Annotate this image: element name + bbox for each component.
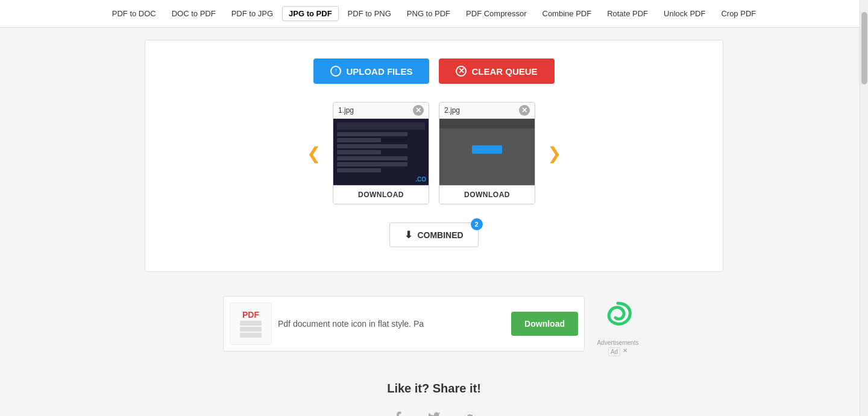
preview-content — [333, 119, 429, 178]
menu-row-short — [337, 138, 381, 142]
nav-combine-pdf[interactable]: Combine PDF — [536, 6, 599, 21]
download-button-2[interactable]: DOWNLOAD — [439, 185, 535, 204]
file-card-header-2: 2.jpg ✕ — [439, 102, 535, 119]
file-card: 1.jpg ✕ — [333, 102, 429, 204]
middle-content — [439, 128, 535, 171]
file-card-header: 1.jpg ✕ — [333, 102, 429, 119]
pdf-line-3 — [240, 333, 262, 338]
upload-files-button[interactable]: ↑ UPLOAD FILES — [313, 58, 429, 84]
ad-section: PDF Pdf document note icon in flat style… — [223, 284, 645, 364]
file-name: 1.jpg — [338, 106, 354, 115]
menu-row-short-3 — [337, 168, 381, 172]
reddit-icon[interactable] — [458, 405, 482, 416]
pdf-label: PDF — [242, 310, 259, 320]
combined-area: ⬇ COMBINED 2 — [157, 222, 711, 247]
logo-block — [472, 145, 502, 154]
ad-text-area: Pdf document note icon in flat style. Pa — [278, 319, 505, 329]
main-container: ↑ UPLOAD FILES ✕ CLEAR QUEUE ❮ 1.jpg ✕ — [145, 40, 723, 272]
file-close-button[interactable]: ✕ — [413, 105, 424, 116]
ad-download-button[interactable]: Download — [511, 312, 578, 336]
file-name-2: 2.jpg — [444, 106, 460, 115]
menu-row — [337, 132, 407, 136]
nav-png-to-pdf[interactable]: PNG to PDF — [400, 6, 457, 21]
file-close-button-2[interactable]: ✕ — [519, 105, 530, 116]
nav-pdf-to-doc[interactable]: PDF to DOC — [105, 6, 163, 21]
combined-button[interactable]: ⬇ COMBINED 2 — [389, 222, 478, 247]
upload-icon: ↑ — [330, 66, 341, 77]
download-button-1[interactable]: DOWNLOAD — [333, 185, 429, 204]
combined-label: COMBINED — [417, 230, 463, 240]
clear-label: CLEAR QUEUE — [471, 66, 537, 77]
combined-badge: 2 — [471, 218, 483, 230]
ad-badge: Ad — [608, 347, 620, 356]
blue-text: .CO — [415, 176, 426, 183]
menu-row-4 — [337, 162, 407, 166]
share-title: Like it? Share it! — [0, 382, 868, 396]
toolbar: ↑ UPLOAD FILES ✕ CLEAR QUEUE — [157, 58, 711, 84]
nav-pdf-compressor[interactable]: PDF Compressor — [459, 6, 533, 21]
facebook-icon[interactable] — [386, 405, 410, 416]
spiral-icon — [600, 297, 636, 333]
twitter-icon[interactable] — [422, 405, 446, 416]
scrollbar-thumb[interactable] — [861, 12, 867, 84]
ad-pdf-visual: PDF — [240, 310, 262, 338]
preview-image-2 — [439, 119, 535, 185]
ad-pdf-icon-container: PDF — [230, 303, 272, 345]
ad-label: Advertisements — [597, 339, 639, 346]
upload-label: UPLOAD FILES — [346, 66, 412, 77]
scrollbar[interactable] — [860, 0, 868, 416]
pdf-line-2 — [240, 327, 262, 332]
nav-pdf-to-png[interactable]: PDF to PNG — [341, 6, 398, 21]
ad-right-area: Advertisements Ad ✕ — [591, 284, 645, 364]
preview-image-1: .CO — [333, 119, 429, 185]
nav-pdf-to-jpg[interactable]: PDF to JPG — [225, 6, 280, 21]
nav-doc-to-pdf[interactable]: DOC to PDF — [165, 6, 222, 21]
menu-bar — [337, 122, 425, 130]
nav-rotate-pdf[interactable]: Rotate PDF — [600, 6, 655, 21]
nav-jpg-to-pdf[interactable]: JPG to PDF — [282, 6, 339, 21]
pdf-line-1 — [240, 321, 262, 326]
ad-content: PDF Pdf document note icon in flat style… — [223, 296, 585, 351]
files-row: 1.jpg ✕ — [333, 102, 535, 204]
nav-unlock-pdf[interactable]: Unlock PDF — [657, 6, 712, 21]
menu-row-short-2 — [337, 150, 381, 154]
top-bar — [439, 119, 535, 128]
file-preview: .CO — [333, 119, 429, 185]
share-icons — [0, 405, 868, 416]
file-preview-2 — [439, 119, 535, 185]
download-icon-combined: ⬇ — [404, 229, 412, 241]
prev-arrow[interactable]: ❮ — [301, 137, 327, 169]
next-arrow[interactable]: ❯ — [541, 137, 567, 169]
file-card-2: 2.jpg ✕ DOWNLOAD — [439, 102, 535, 204]
clear-queue-button[interactable]: ✕ CLEAR QUEUE — [439, 58, 554, 84]
ad-logo — [594, 291, 642, 339]
share-section: Like it? Share it! All uploaded data is … — [0, 382, 868, 416]
ad-badge-area: Ad ✕ — [608, 347, 627, 356]
menu-row-2 — [337, 144, 407, 148]
clear-icon: ✕ — [456, 66, 467, 77]
menu-row-3 — [337, 156, 407, 160]
nav-crop-pdf[interactable]: Crop PDF — [714, 6, 763, 21]
ad-x[interactable]: ✕ — [623, 347, 627, 356]
top-navigation: PDF to DOC DOC to PDF PDF to JPG JPG to … — [0, 0, 868, 28]
ad-description: Pdf document note icon in flat style. Pa — [278, 319, 505, 329]
carousel-area: ❮ 1.jpg ✕ — [157, 102, 711, 204]
